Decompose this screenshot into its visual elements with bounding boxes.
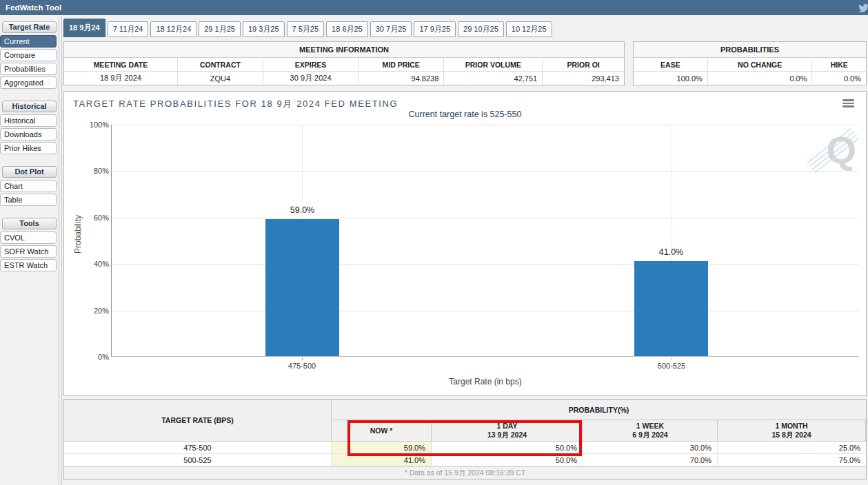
q-logo-watermark: Q <box>808 126 856 172</box>
hamburger-menu-icon[interactable] <box>842 99 854 109</box>
col-1-month-sub: 15 8月 2024 <box>771 431 811 440</box>
sidebar-section-tools[interactable]: Tools <box>2 218 57 229</box>
probabilities-title: PROBABILITIES <box>634 42 866 58</box>
sidebar-item-historical[interactable]: Historical <box>0 114 57 127</box>
tab-meeting-10[interactable]: 10 12月25 <box>506 21 552 37</box>
chart-panel: TARGET RATE PROBABILITIES FOR 18 9月 2024… <box>63 91 867 396</box>
meeting-date-tabs: 18 9月24 7 11月24 18 12月24 29 1月25 19 3月25… <box>63 19 552 37</box>
probabilities-panel: PROBABILITIES EASE NO CHANGE HIKE 100.0%… <box>633 41 867 85</box>
col-ease: EASE <box>634 58 708 71</box>
tab-meeting-9[interactable]: 29 10月25 <box>458 21 504 37</box>
tab-meeting-4[interactable]: 19 3月25 <box>243 21 285 37</box>
bar-475-500[interactable] <box>265 219 339 356</box>
col-expires: EXPIRES <box>263 58 359 71</box>
twitter-icon[interactable] <box>857 2 868 13</box>
row2-1-month: 75.0% <box>718 454 866 466</box>
col-1-week-sub: 6 9月 2024 <box>632 431 667 440</box>
tab-meeting-7[interactable]: 30 7月25 <box>370 21 412 37</box>
tab-meeting-8[interactable]: 17 9月25 <box>414 21 456 37</box>
sidebar-section-historical[interactable]: Historical <box>2 101 57 112</box>
gridline-60 <box>112 218 859 218</box>
sidebar-section-dot-plot[interactable]: Dot Plot <box>2 166 57 178</box>
bar-500-525[interactable] <box>634 261 708 356</box>
gridline-20 <box>112 311 859 311</box>
ytick-100: 100% <box>79 121 109 129</box>
col-1-day: 1 DAY 13 9月 2024 <box>432 420 583 442</box>
col-1-month: 1 MONTH 15 8月 2024 <box>718 420 866 442</box>
col-now-label: NOW * <box>370 426 393 435</box>
data-as-of-footnote: * Data as of 15 9月 2024 08:16:39 CT <box>64 466 866 479</box>
bar-value-label-500-525: 41.0% <box>634 247 708 257</box>
col-no-change: NO CHANGE <box>708 58 813 71</box>
tab-meeting-3[interactable]: 29 1月25 <box>199 21 241 37</box>
sidebar-item-current[interactable]: Current <box>0 35 57 48</box>
value-hike: 0.0% <box>812 72 866 85</box>
value-prior-volume: 42,751 <box>444 72 543 85</box>
row2-1-day: 50.0% <box>432 454 583 466</box>
ytick-60: 60% <box>79 214 109 222</box>
col-hike: HIKE <box>812 58 866 71</box>
value-ease: 100.0% <box>634 72 708 85</box>
value-mid-price: 94.8238 <box>359 72 444 85</box>
chart-subtitle: Current target rate is 525-550 <box>64 110 866 119</box>
col-1-week: 1 WEEK 6 9月 2024 <box>583 420 718 442</box>
tab-meeting-1[interactable]: 7 11月24 <box>108 21 149 37</box>
meeting-information-value-row: 18 9月 2024 ZQU4 30 9月 2024 94.8238 42,75… <box>64 72 624 85</box>
sidebar-item-cvol[interactable]: CVOL <box>0 231 57 244</box>
ytick-80: 80% <box>79 167 109 175</box>
sidebar: Target Rate Current Compare Probabilitie… <box>0 17 59 485</box>
meeting-information-header-row: MEETING DATE CONTRACT EXPIRES MID PRICE … <box>64 58 624 72</box>
xtick-mark-1 <box>302 357 303 360</box>
value-expires: 30 9月 2024 <box>263 72 359 85</box>
tab-meeting-5[interactable]: 7 5月25 <box>287 21 325 37</box>
sidebar-item-probabilities[interactable]: Probabilities <box>0 63 57 75</box>
meeting-information-title: MEETING INFORMATION <box>64 42 624 58</box>
xtick-label-475-500: 475-500 <box>261 362 343 370</box>
sidebar-item-table[interactable]: Table <box>0 194 57 206</box>
col-prior-oi: PRIOR OI <box>543 58 624 71</box>
value-meeting-date: 18 9月 2024 <box>64 72 178 85</box>
meeting-information-panel: MEETING INFORMATION MEETING DATE CONTRAC… <box>63 41 625 85</box>
probability-history-table: TARGET RATE (BPS) PROBABILITY(%) NOW * 1… <box>63 399 867 479</box>
ytick-0: 0% <box>79 353 109 361</box>
ytick-20: 20% <box>79 307 109 315</box>
col-contract: CONTRACT <box>178 58 263 71</box>
sidebar-item-prior-hikes[interactable]: Prior Hikes <box>0 142 57 154</box>
row1-1-month: 25.0% <box>718 442 866 454</box>
tab-meeting-6[interactable]: 18 6月25 <box>326 21 368 37</box>
chart-title: TARGET RATE PROBABILITIES FOR 18 9月 2024… <box>73 98 398 110</box>
col-1-month-label: 1 MONTH <box>775 422 807 431</box>
sidebar-item-estr-watch[interactable]: ESTR Watch <box>0 259 57 271</box>
col-target-rate-bps: TARGET RATE (BPS) <box>64 400 332 442</box>
sidebar-section-target-rate[interactable]: Target Rate <box>2 21 57 33</box>
sidebar-item-chart[interactable]: Chart <box>0 180 57 192</box>
q-logo-letter: Q <box>826 127 856 172</box>
col-prior-volume: PRIOR VOLUME <box>444 58 543 71</box>
col-1-week-label: 1 WEEK <box>636 422 664 431</box>
tab-meeting-0[interactable]: 18 9月24 <box>63 19 105 37</box>
gridline-80 <box>112 171 859 172</box>
xtick-mark-2 <box>672 357 672 360</box>
y-axis-title: Probability <box>73 200 83 269</box>
row2-now: 41.0% <box>332 454 432 466</box>
plot-area: 100% 80% 60% 40% 20% 0% 59.0% 41.0% 475-… <box>111 125 859 357</box>
app-title: FedWatch Tool <box>0 0 868 15</box>
row2-rate: 500-525 <box>64 454 332 466</box>
col-now: NOW * <box>332 420 432 442</box>
gridline-100 <box>112 125 859 125</box>
row2-1-week: 70.0% <box>583 454 718 466</box>
col-mid-price: MID PRICE <box>359 58 444 71</box>
sidebar-item-compare[interactable]: Compare <box>0 49 57 61</box>
value-contract: ZQU4 <box>178 72 263 85</box>
sidebar-item-aggregated[interactable]: Aggregated <box>0 76 57 89</box>
top-bar: FedWatch Tool <box>0 0 868 15</box>
col-meeting-date: MEETING DATE <box>64 58 178 71</box>
tab-meeting-2[interactable]: 18 12月24 <box>150 21 196 37</box>
sidebar-item-downloads[interactable]: Downloads <box>0 128 57 141</box>
gridline-40 <box>112 264 859 265</box>
probabilities-header-row: EASE NO CHANGE HIKE <box>634 58 866 72</box>
sidebar-item-sofr-watch[interactable]: SOFR Watch <box>0 245 57 258</box>
col-group-probability: PROBABILITY(%) <box>332 400 866 420</box>
row1-1-week: 30.0% <box>583 442 718 454</box>
xtick-label-500-525: 500-525 <box>630 362 713 370</box>
